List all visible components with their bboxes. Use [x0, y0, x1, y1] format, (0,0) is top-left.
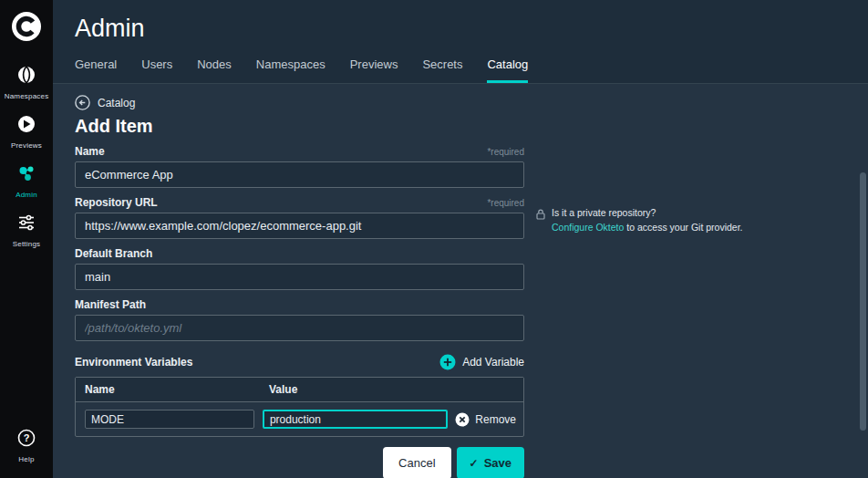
tab-previews[interactable]: Previews	[350, 57, 398, 83]
sidebar-item-label: Settings	[13, 240, 41, 248]
plus-icon	[439, 354, 456, 370]
name-label: Name	[75, 145, 105, 158]
cancel-button[interactable]: Cancel	[383, 447, 450, 478]
name-input[interactable]	[75, 161, 524, 188]
default-branch-input[interactable]	[75, 264, 524, 290]
repository-url-input[interactable]	[75, 213, 524, 239]
add-item-form: Name *required Repository URL *required …	[75, 145, 524, 478]
back-button[interactable]	[75, 95, 90, 110]
table-header-row: Name Value	[76, 378, 523, 402]
namespaces-icon	[16, 65, 36, 88]
save-button-label: Save	[484, 456, 512, 470]
check-icon: ✓	[470, 457, 479, 470]
configure-okteto-link[interactable]: Configure Okteto	[552, 222, 624, 233]
default-branch-label: Default Branch	[75, 247, 152, 260]
scrollbar[interactable]	[860, 172, 866, 431]
field-repository-url: Repository URL *required	[75, 196, 524, 239]
manifest-path-label: Manifest Path	[75, 298, 146, 311]
page-title: Admin	[75, 15, 868, 43]
previews-icon	[16, 114, 36, 138]
variable-name-input[interactable]	[85, 410, 254, 429]
repository-required-badge: *required	[487, 198, 524, 208]
remove-x-icon	[455, 412, 470, 427]
settings-icon	[16, 213, 36, 236]
tab-users[interactable]: Users	[141, 57, 172, 83]
lock-icon	[536, 207, 545, 223]
save-button[interactable]: ✓ Save	[457, 447, 524, 478]
admin-icon	[16, 163, 36, 187]
remove-variable-button[interactable]: Remove	[455, 412, 516, 427]
manifest-path-input[interactable]	[75, 315, 524, 341]
sidebar-item-label: Admin	[16, 191, 37, 199]
add-variable-button[interactable]: Add Variable	[439, 354, 524, 370]
name-required-badge: *required	[487, 147, 524, 157]
column-header-name: Name	[76, 378, 260, 401]
repository-url-label: Repository URL	[75, 196, 158, 209]
tab-general[interactable]: General	[75, 57, 117, 83]
column-header-value: Value	[260, 378, 523, 401]
sidebar-item-previews[interactable]: Previews	[0, 114, 53, 150]
remove-variable-label: Remove	[475, 413, 516, 426]
tab-secrets[interactable]: Secrets	[422, 57, 462, 83]
admin-header: Admin General Users Nodes Namespaces Pre…	[53, 0, 868, 84]
private-repo-note: Is it a private repository? Configure Ok…	[536, 205, 746, 235]
field-default-branch: Default Branch	[75, 247, 524, 290]
environment-variables-header: Environment Variables Add Variable	[75, 354, 524, 370]
sidebar-item-admin[interactable]: Admin	[0, 163, 53, 199]
sidebar-item-label: Namespaces	[5, 92, 49, 100]
add-variable-label: Add Variable	[462, 356, 524, 369]
main-panel: Admin General Users Nodes Namespaces Pre…	[53, 0, 868, 478]
sidebar-item-label: Previews	[11, 141, 42, 150]
breadcrumb: Catalog	[75, 95, 868, 110]
okteto-logo-icon[interactable]	[11, 11, 42, 42]
sidebar-item-settings[interactable]: Settings	[0, 213, 53, 248]
field-manifest-path: Manifest Path	[75, 298, 524, 341]
note-line1: Is it a private repository?	[552, 207, 656, 218]
form-title: Add Item	[75, 116, 868, 137]
environment-variables-table: Name Value Remove	[75, 377, 524, 437]
table-row: Remove	[76, 402, 523, 436]
breadcrumb-label: Catalog	[98, 97, 135, 109]
sidebar-item-label: Help	[18, 455, 34, 463]
sidebar-item-namespaces[interactable]: Namespaces	[0, 65, 53, 100]
sidebar: Namespaces Previews Admin	[0, 0, 53, 478]
sidebar-item-help[interactable]: ? Help	[0, 428, 53, 463]
environment-variables-label: Environment Variables	[75, 356, 192, 369]
catalog-content: Catalog Add Item Name *required Reposito…	[53, 84, 868, 478]
tab-nodes[interactable]: Nodes	[197, 57, 232, 83]
help-icon: ?	[16, 428, 36, 452]
app-window: Namespaces Previews Admin	[0, 0, 868, 478]
tab-namespaces[interactable]: Namespaces	[256, 57, 326, 83]
admin-tabs: General Users Nodes Namespaces Previews …	[75, 57, 868, 83]
variable-value-input[interactable]	[263, 410, 448, 429]
svg-text:?: ?	[24, 432, 30, 443]
tab-catalog[interactable]: Catalog	[487, 57, 528, 83]
note-line2: to access your Git provider.	[624, 222, 742, 233]
form-actions: Cancel ✓ Save	[75, 447, 524, 478]
field-name: Name *required	[75, 145, 524, 188]
